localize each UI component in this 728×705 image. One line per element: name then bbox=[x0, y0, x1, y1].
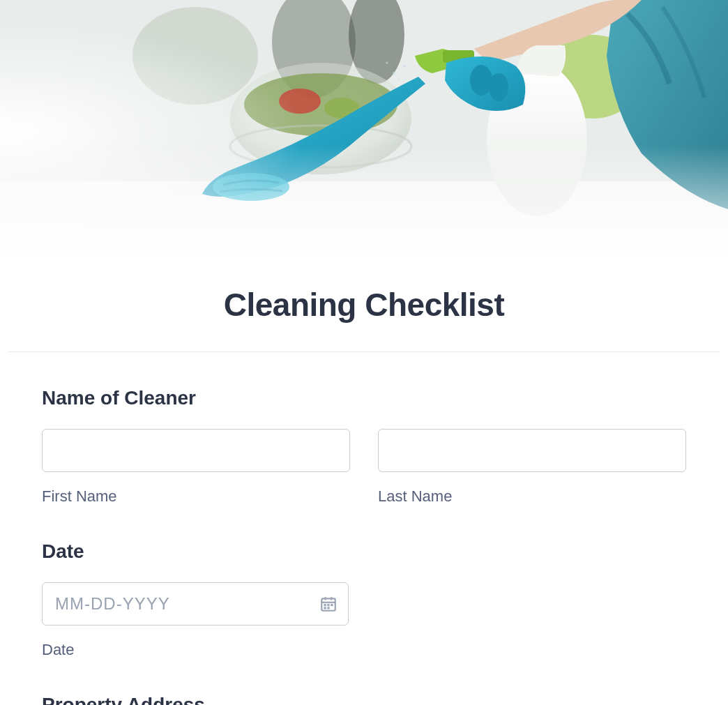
first-name-sublabel: First Name bbox=[42, 487, 350, 506]
last-name-input[interactable] bbox=[378, 429, 686, 472]
name-of-cleaner-label: Name of Cleaner bbox=[42, 387, 686, 409]
date-sublabel: Date bbox=[42, 641, 349, 659]
svg-rect-21 bbox=[0, 0, 728, 265]
property-address-label: Property Address bbox=[42, 694, 686, 705]
date-input[interactable] bbox=[42, 582, 349, 626]
date-label: Date bbox=[42, 540, 686, 563]
hero-image bbox=[0, 0, 728, 265]
first-name-input[interactable] bbox=[42, 429, 350, 472]
page-title: Cleaning Checklist bbox=[0, 286, 728, 324]
last-name-sublabel: Last Name bbox=[378, 487, 686, 506]
